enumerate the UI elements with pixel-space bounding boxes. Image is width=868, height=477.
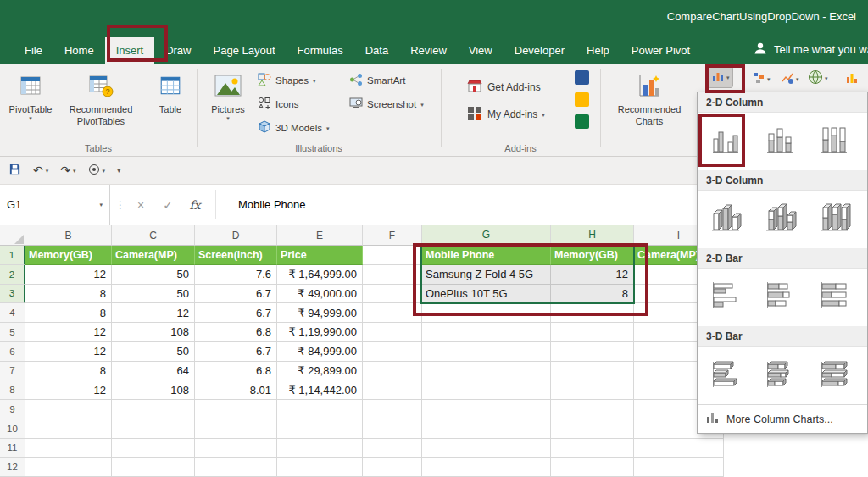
my-addins-button[interactable]: My Add-ins ▾ bbox=[466, 104, 545, 125]
cell-H8[interactable] bbox=[551, 380, 634, 400]
insert-column-chart-button[interactable]: ▾ bbox=[709, 67, 732, 87]
cell-H1[interactable]: Memory(GB) bbox=[551, 246, 634, 265]
cell-E9[interactable] bbox=[277, 400, 363, 419]
cancel-button[interactable]: × bbox=[127, 198, 154, 212]
cell-D2[interactable]: 7.6 bbox=[195, 265, 277, 285]
cell-G10[interactable] bbox=[422, 419, 551, 439]
screenshot-button[interactable]: Screenshot ▾ bbox=[349, 94, 424, 114]
cell-D5[interactable]: 6.8 bbox=[195, 323, 277, 342]
row-header-11[interactable]: 11 bbox=[0, 439, 25, 458]
cell-I11[interactable] bbox=[634, 439, 724, 458]
tell-me-box[interactable]: Tell me what you wa bbox=[753, 41, 868, 58]
cell-G2[interactable]: Samsung Z Fold 4 5G bbox=[422, 265, 551, 285]
cell-C4[interactable]: 12 bbox=[112, 303, 195, 323]
select-all-button[interactable] bbox=[0, 225, 25, 246]
tab-view[interactable]: View bbox=[458, 37, 504, 64]
stacked-column-3d-chart-button[interactable] bbox=[760, 198, 799, 241]
tab-insert[interactable]: Insert bbox=[105, 37, 155, 64]
100-stacked-column-chart-button[interactable] bbox=[815, 120, 854, 163]
recommended-pivottables-button[interactable]: ? Recommended PivotTables bbox=[56, 68, 146, 144]
insert-function-button[interactable]: fx bbox=[181, 198, 209, 212]
addin-blue-icon[interactable] bbox=[575, 70, 589, 85]
cell-E4[interactable]: ₹ 94,999.00 bbox=[277, 303, 363, 323]
cell-C9[interactable] bbox=[112, 400, 195, 419]
cell-F2[interactable] bbox=[363, 265, 422, 285]
row-header-6[interactable]: 6 bbox=[0, 342, 25, 362]
cell-C12[interactable] bbox=[112, 458, 195, 477]
clustered-bar-3d-chart-button[interactable] bbox=[706, 354, 745, 397]
tab-data[interactable]: Data bbox=[354, 37, 399, 64]
cell-D3[interactable]: 6.7 bbox=[195, 285, 277, 304]
table-button[interactable]: Table bbox=[149, 68, 192, 144]
stacked-bar-3d-chart-button[interactable] bbox=[760, 354, 799, 397]
row-header-1[interactable]: 1 bbox=[0, 246, 25, 265]
cell-G5[interactable] bbox=[422, 323, 551, 342]
column-header-C[interactable]: C bbox=[112, 225, 195, 246]
cell-D8[interactable]: 8.01 bbox=[195, 380, 277, 400]
customize-qat-button[interactable]: ▾ bbox=[117, 167, 121, 175]
save-button[interactable] bbox=[8, 163, 21, 178]
smartart-button[interactable]: SmartArt bbox=[349, 70, 405, 91]
row-header-7[interactable]: 7 bbox=[0, 362, 25, 381]
cell-C8[interactable]: 108 bbox=[112, 380, 195, 400]
cell-H7[interactable] bbox=[551, 362, 634, 381]
cell-G8[interactable] bbox=[422, 380, 551, 400]
cell-F7[interactable] bbox=[363, 362, 422, 381]
tab-file[interactable]: File bbox=[14, 37, 53, 64]
cell-H12[interactable] bbox=[551, 458, 634, 477]
cell-E6[interactable]: ₹ 84,999.00 bbox=[277, 342, 363, 362]
cell-B4[interactable]: 8 bbox=[25, 303, 112, 323]
cell-B10[interactable] bbox=[25, 419, 112, 439]
cell-B9[interactable] bbox=[25, 400, 112, 419]
cell-F9[interactable] bbox=[363, 400, 422, 419]
cell-B6[interactable]: 12 bbox=[25, 342, 112, 362]
tab-home[interactable]: Home bbox=[53, 37, 105, 64]
cell-F3[interactable] bbox=[363, 285, 422, 304]
cell-B7[interactable]: 8 bbox=[25, 362, 112, 381]
clustered-bar-chart-button[interactable] bbox=[706, 276, 745, 319]
cell-H10[interactable] bbox=[551, 419, 634, 439]
row-header-3[interactable]: 3 bbox=[0, 285, 25, 304]
cell-C6[interactable]: 50 bbox=[112, 342, 195, 362]
enter-button[interactable]: ✓ bbox=[154, 198, 181, 212]
insert-line-pie-chart-button[interactable]: ▾ bbox=[778, 69, 802, 89]
tab-draw[interactable]: Draw bbox=[154, 37, 202, 64]
100-stacked-column-3d-chart-button[interactable] bbox=[815, 198, 854, 241]
cell-D6[interactable]: 6.7 bbox=[195, 342, 277, 362]
cell-E12[interactable] bbox=[277, 458, 363, 477]
insert-waterfall-chart-button[interactable]: ▾ bbox=[749, 69, 773, 89]
cell-B1[interactable]: Memory(GB) bbox=[25, 246, 112, 265]
stacked-column-chart-button[interactable] bbox=[760, 120, 799, 163]
cell-F5[interactable] bbox=[363, 323, 422, 342]
cell-B12[interactable] bbox=[25, 458, 112, 477]
cell-D7[interactable]: 6.8 bbox=[195, 362, 277, 381]
tab-review[interactable]: Review bbox=[399, 37, 458, 64]
redo-button[interactable]: ↷ ▾ bbox=[60, 164, 75, 177]
touch-mouse-mode-button[interactable]: ▾ bbox=[88, 164, 106, 178]
cell-C10[interactable] bbox=[112, 419, 195, 439]
cell-F10[interactable] bbox=[363, 419, 422, 439]
3d-models-button[interactable]: 3D Models ▾ bbox=[258, 118, 329, 138]
column-header-B[interactable]: B bbox=[25, 225, 112, 246]
cell-B5[interactable]: 12 bbox=[25, 323, 112, 342]
cell-F6[interactable] bbox=[363, 342, 422, 362]
cell-E10[interactable] bbox=[277, 419, 363, 439]
name-box[interactable]: G1 ▾ bbox=[0, 185, 110, 225]
cell-G12[interactable] bbox=[422, 458, 551, 477]
pictures-button[interactable]: Pictures▾ bbox=[203, 68, 253, 144]
column-header-D[interactable]: D bbox=[195, 225, 277, 246]
cell-B3[interactable]: 8 bbox=[25, 285, 112, 304]
cell-B8[interactable]: 12 bbox=[25, 380, 112, 400]
cell-G9[interactable] bbox=[422, 400, 551, 419]
cell-D9[interactable] bbox=[195, 400, 277, 419]
cell-G7[interactable] bbox=[422, 362, 551, 381]
cell-C3[interactable]: 50 bbox=[112, 285, 195, 304]
cell-E8[interactable]: ₹ 1,14,442.00 bbox=[277, 380, 363, 400]
cell-E5[interactable]: ₹ 1,19,990.00 bbox=[277, 323, 363, 342]
cell-B2[interactable]: 12 bbox=[25, 265, 112, 285]
cell-C11[interactable] bbox=[112, 439, 195, 458]
row-header-12[interactable]: 12 bbox=[0, 458, 25, 477]
addin-yellow-icon[interactable] bbox=[575, 92, 589, 107]
cell-H11[interactable] bbox=[551, 439, 634, 458]
more-column-charts-item[interactable]: More Column Charts... bbox=[698, 404, 867, 433]
